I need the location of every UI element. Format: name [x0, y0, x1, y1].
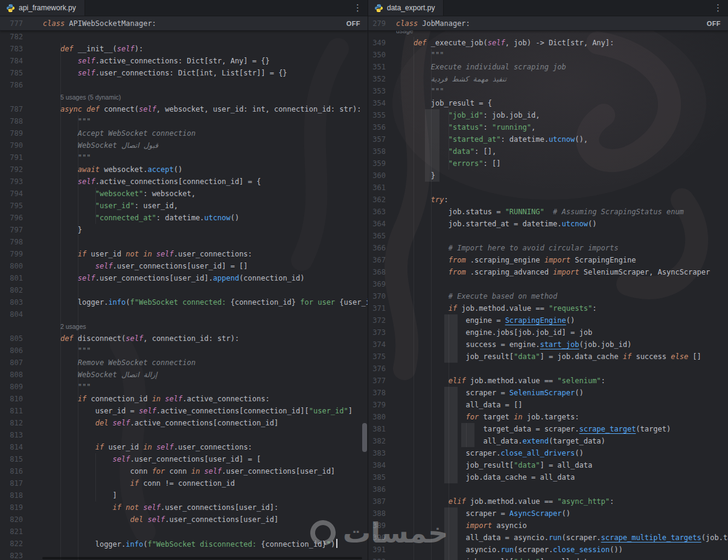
line-number: 368: [368, 266, 386, 278]
usages-inlay-hint[interactable]: 2 usages: [43, 320, 86, 332]
code-line: 808 WebSocket إزالة اتصال: [0, 369, 368, 381]
code-line: 353 """: [368, 85, 728, 97]
line-number: 811: [0, 405, 23, 417]
line-number: 352: [368, 73, 386, 85]
code-line: 795 "user_id": user_id,: [0, 200, 368, 212]
code-line: 787 async def connect(self, websocket, u…: [0, 103, 368, 115]
line-number: 817: [0, 477, 23, 489]
code-line: 352 تنفيذ مهمة كشط فردية: [368, 73, 728, 85]
sticky-code: class JobManager:: [396, 16, 470, 31]
line-number: 358: [368, 145, 386, 158]
code-line: 379 all_data = []: [368, 399, 728, 411]
code-line: 358 "data": [],: [368, 145, 728, 158]
code-line: 381 target_data = scraper.scrape_target(…: [368, 423, 728, 435]
code-line: 811 user_id = self.active_connections[co…: [0, 405, 368, 417]
code-line: 351 Execute individual scraping job: [368, 61, 728, 73]
code-line: 807 Remove WebSocket connection: [0, 357, 368, 369]
line-number: 820: [0, 514, 23, 526]
line-number: [368, 31, 386, 37]
line-number: 777: [0, 16, 23, 31]
code-line: 789 Accept WebSocket connection: [0, 127, 368, 139]
tab-bar-right: data_export.py ⋮: [368, 0, 728, 16]
line-number: 349: [368, 37, 386, 49]
line-number: 365: [368, 230, 386, 242]
code-line: 376: [368, 363, 728, 375]
line-number: 385: [368, 471, 386, 483]
code-line: 386: [368, 483, 728, 495]
line-number: 380: [368, 411, 386, 423]
code-line: 818 ]: [0, 489, 368, 501]
code-line: 797 }: [0, 224, 368, 236]
vertical-scrollbar-thumb[interactable]: [362, 423, 367, 452]
code-line: 810 if connection_id in self.active_conn…: [0, 393, 368, 405]
code-line: 821: [0, 526, 368, 538]
code-line: 364 job.started_at = datetime.utcnow(): [368, 218, 728, 230]
line-number: 382: [368, 435, 386, 447]
python-icon: [6, 4, 15, 13]
code-area-right[interactable]: usage349 def _execute_job(self, job) -> …: [368, 31, 728, 560]
tab-bar-left: api_framework.py ⋮: [0, 0, 368, 16]
code-line: 390 all_data = asyncio.run(scraper.scrap…: [368, 532, 728, 544]
line-number: 801: [0, 272, 23, 284]
line-number: 787: [0, 103, 23, 115]
code-line: 820 del self.user_connections[user_id]: [0, 514, 368, 526]
code-line: 350 """: [368, 49, 728, 61]
line-number: 371: [368, 302, 386, 314]
line-number: 357: [368, 133, 386, 145]
code-line: 374 success = engine.start_job(job.job_i…: [368, 339, 728, 351]
line-number: 354: [368, 97, 386, 109]
code-line: 363 job.status = "RUNNING" # Assuming Sc…: [368, 206, 728, 218]
line-number: 783: [0, 43, 23, 55]
line-number: 807: [0, 357, 23, 369]
code-line: 794 "websocket": websocket,: [0, 188, 368, 200]
code-line: 362 try:: [368, 194, 728, 206]
more-options-icon[interactable]: ⋮: [708, 0, 728, 16]
line-number: 367: [368, 254, 386, 266]
code-area-left[interactable]: 782783 def __init__(self):784 self.activ…: [0, 31, 368, 560]
code-line: 372 engine = ScrapingEngine(): [368, 314, 728, 326]
line-number: 376: [368, 363, 386, 375]
code-line: 371 if job.method.value == "requests":: [368, 302, 728, 314]
code-line: 813: [0, 429, 368, 441]
code-line: 819 if not self.user_connections[user_id…: [0, 501, 368, 514]
line-number: 374: [368, 339, 386, 351]
code-line: 380 for target in job.targets:: [368, 411, 728, 423]
line-number: 361: [368, 182, 386, 194]
code-line: 802: [0, 284, 368, 296]
code-line: 803 logger.info(f"WebSocket connected: {…: [0, 296, 368, 308]
code-line: 5 usages (5 dynamic): [0, 91, 368, 103]
off-badge: OFF: [346, 20, 368, 27]
code-line: 786: [0, 79, 368, 91]
code-line: 804: [0, 308, 368, 320]
line-number: 791: [0, 151, 23, 164]
line-number: 798: [0, 236, 23, 248]
code-line: 805 def disconnect(self, connection_id: …: [0, 332, 368, 345]
line-number: [0, 320, 23, 332]
editor-pane-right: data_export.py ⋮ 279 class JobManager: O…: [368, 0, 728, 560]
line-number: 359: [368, 158, 386, 170]
line-number: 799: [0, 248, 23, 260]
line-number: 362: [368, 194, 386, 206]
sticky-code: class APIWebSocketManager:: [43, 16, 156, 31]
code-line: 796 "connected_at": datetime.utcnow(): [0, 212, 368, 224]
code-line: 378 scraper = SeleniumScraper(): [368, 387, 728, 399]
line-number: 813: [0, 429, 23, 441]
usages-inlay-hint[interactable]: usage: [396, 31, 413, 37]
code-line: 816 conn for conn in self.user_connectio…: [0, 465, 368, 477]
horizontal-scrollbar-thumb[interactable]: [42, 557, 362, 559]
tab-data-export[interactable]: data_export.py: [368, 0, 444, 16]
code-line: 356 "status": "running",: [368, 121, 728, 133]
line-number: 364: [368, 218, 386, 230]
tab-label: api_framework.py: [19, 4, 76, 12]
line-number: 389: [368, 520, 386, 532]
code-line: 2 usages: [0, 320, 368, 332]
usages-inlay-hint[interactable]: 5 usages (5 dynamic): [43, 91, 121, 103]
line-number: 794: [0, 188, 23, 200]
line-number: 802: [0, 284, 23, 296]
line-number: 356: [368, 121, 386, 133]
more-options-icon[interactable]: ⋮: [348, 0, 368, 16]
line-number: [0, 91, 23, 103]
line-number: 789: [0, 127, 23, 139]
line-number: 279: [368, 16, 386, 31]
tab-api-framework[interactable]: api_framework.py: [0, 0, 85, 16]
